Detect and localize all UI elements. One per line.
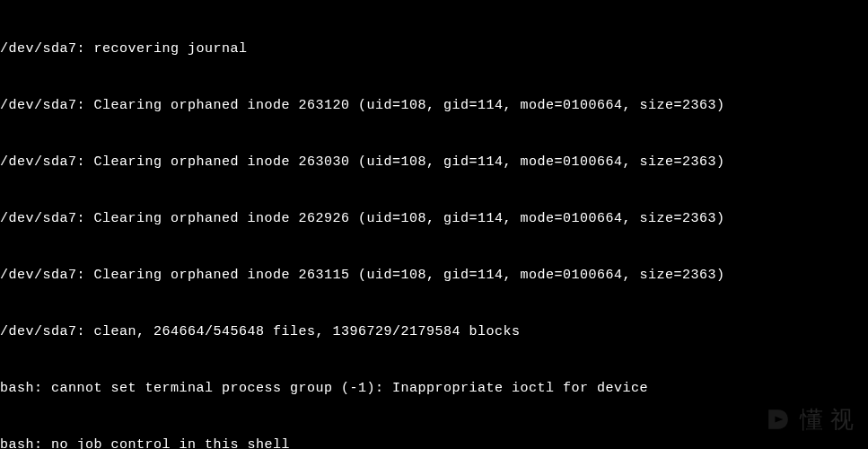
terminal-line: /dev/sda7: recovering journal	[0, 40, 868, 58]
terminal-line: /dev/sda7: Clearing orphaned inode 26311…	[0, 266, 868, 285]
watermark: 懂 视	[762, 403, 855, 436]
terminal-output: /dev/sda7: recovering journal /dev/sda7:…	[0, 2, 868, 449]
terminal-line: bash: cannot set terminal process group …	[0, 379, 868, 398]
terminal-line: /dev/sda7: Clearing orphaned inode 26303…	[0, 153, 868, 172]
watermark-logo-icon	[762, 403, 794, 436]
terminal-line: /dev/sda7: Clearing orphaned inode 26292…	[0, 209, 868, 228]
terminal-line: /dev/sda7: Clearing orphaned inode 26312…	[0, 96, 868, 115]
terminal-line: bash: no job control in this shell	[0, 436, 868, 449]
watermark-text: 懂 视	[800, 403, 855, 436]
terminal-line: /dev/sda7: clean, 264664/545648 files, 1…	[0, 322, 868, 341]
